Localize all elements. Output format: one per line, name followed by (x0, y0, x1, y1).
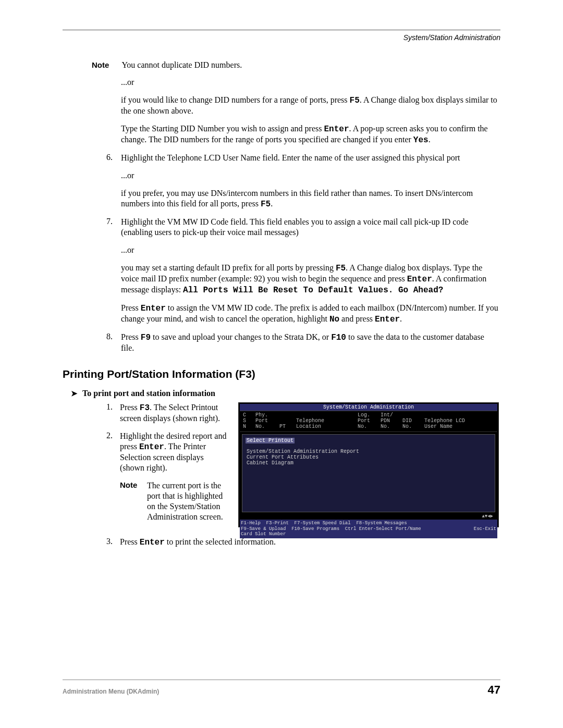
col-lcd: Telephone LCD User Name (422, 412, 496, 429)
note-label: Note (92, 60, 120, 69)
step-text: Press F3. The Select Printout screen dis… (120, 402, 229, 424)
procedure-heading: ➤To print port and station information (63, 389, 500, 398)
key-f5-c: F5 (336, 264, 346, 273)
terminal-dialog: Select Printout System/Station Administr… (242, 434, 495, 512)
step-7: 7. Highlight the VM MW ID Code field. Th… (63, 217, 500, 238)
col-csn: C S N (241, 412, 253, 429)
key-enter-d: Enter (375, 315, 400, 324)
key-enter: Enter (324, 125, 349, 134)
msg-allports: All Ports Will Be Reset To Default Value… (183, 286, 443, 295)
or-1: ...or (63, 77, 500, 88)
col-pt: PT (277, 412, 294, 429)
page-number: 47 (488, 683, 500, 697)
scroll-indicator-icon: ▲▼◄► (240, 514, 497, 520)
para-change-did: if you would like to change DID numbers … (63, 95, 500, 116)
running-header: System/Station Administration (63, 33, 500, 42)
key-f10: F10 (331, 333, 346, 342)
step-num: 8. (106, 332, 121, 353)
substep-1: 1. Press F3. The Select Printout screen … (106, 402, 229, 424)
step-text: Press Enter to print the selected inform… (120, 537, 500, 548)
dialog-title: Select Printout (246, 438, 295, 443)
section-heading: Printing Port/Station Information (F3) (63, 368, 500, 380)
note-label: Note (120, 480, 147, 522)
key-f9: F9 (141, 333, 151, 342)
footer-left: Administration Menu (DKAdmin) (63, 688, 159, 695)
or-3: ...or (63, 245, 500, 255)
substep-2: 2. Highlight the desired report and pres… (106, 431, 229, 473)
note-block: Note You cannot duplicate DID numbers. (63, 60, 500, 70)
key-enter-e: Enter (139, 442, 164, 452)
step-num: 6. (106, 153, 121, 163)
key-enter-c: Enter (141, 304, 166, 313)
col-log: Log. Port No. (356, 412, 378, 429)
note-text: You cannot duplicate DID numbers. (121, 60, 242, 69)
para-start-did: Type the Starting DID Number you wish to… (63, 124, 500, 145)
print-option[interactable]: Cabinet Diagram (246, 460, 492, 466)
col-did: DID No. (400, 412, 422, 429)
col-pdn: Int/ PDN No. (378, 412, 400, 429)
step-text: Press F9 to save and upload your changes… (121, 332, 500, 353)
key-f5: F5 (350, 96, 360, 105)
step-num: 3. (106, 537, 120, 548)
key-no: No (329, 315, 339, 324)
substep-3: 3. Press Enter to print the selected inf… (63, 537, 500, 548)
terminal-footer: F1-Help F3-Print F7-System Speed Dial F8… (240, 520, 497, 538)
key-f5-b: F5 (261, 200, 271, 209)
step-8: 8. Press F9 to save and upload your chan… (63, 332, 500, 353)
step-text: Highlight the desired report and press E… (120, 431, 229, 473)
col-loc: Telephone Location (294, 412, 356, 429)
step-num: 7. (106, 217, 121, 238)
or-2: ...or (63, 170, 500, 181)
header-rule (63, 29, 500, 30)
esc-label: Esc-Exit (474, 526, 496, 532)
step-num: 1. (106, 402, 120, 424)
col-phy: Phy. Port No. (253, 412, 277, 429)
para-dns: if you prefer, you may use DNs/intercom … (63, 188, 500, 209)
para-id-prefix: you may set a starting default ID prefix… (63, 263, 500, 295)
para-assign-id: Press Enter to assign the VM MW ID code.… (63, 303, 500, 325)
step-text: Highlight the VM MW ID Code field. This … (121, 217, 500, 238)
terminal-title: System/Station Administration (240, 404, 497, 411)
print-option[interactable]: Current Port Attributes (246, 454, 492, 460)
terminal-screenshot: System/Station Administration C S N Phy.… (238, 402, 499, 527)
arrow-icon: ➤ (71, 389, 82, 398)
step-text: Highlight the Telephone LCD User Name fi… (121, 153, 500, 163)
key-yes: Yes (413, 135, 429, 145)
key-f3: F3 (140, 403, 150, 413)
print-option[interactable]: System/Station Administration Report (246, 449, 492, 454)
substep-note: Note The current port is the port that i… (106, 480, 229, 522)
step-6: 6. Highlight the Telephone LCD User Name… (63, 153, 500, 163)
key-enter-f: Enter (140, 538, 165, 547)
terminal-columns: C S N Phy. Port No. PT Telephone Locatio… (240, 411, 497, 432)
note-text: The current port is the port that is hig… (147, 480, 229, 522)
step-num: 2. (106, 431, 120, 473)
key-enter-b: Enter (407, 275, 432, 284)
